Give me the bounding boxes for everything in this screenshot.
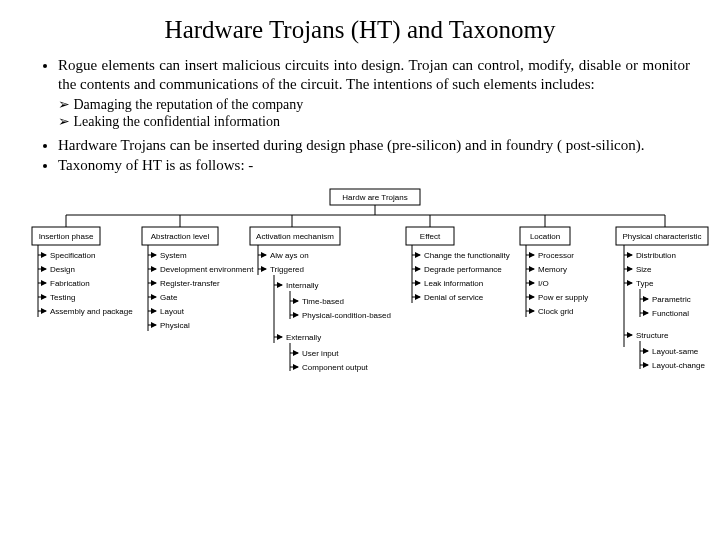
svg-text:Functional: Functional bbox=[652, 309, 689, 318]
svg-text:Gate: Gate bbox=[160, 293, 178, 302]
cat-3-sub2a-1: Time-based bbox=[302, 297, 344, 306]
svg-text:Assembly and package: Assembly and package bbox=[50, 307, 133, 316]
svg-text:Denial of service: Denial of service bbox=[424, 293, 484, 302]
bullet-list: Rogue elements can insert malicious circ… bbox=[40, 56, 690, 94]
cat-1-items: Specification Design Fabrication Testing… bbox=[38, 251, 133, 316]
svg-text:Memory: Memory bbox=[538, 265, 567, 274]
cat-3-sub2a-2: Physical-condition-based bbox=[302, 311, 391, 320]
svg-text:Layout-change: Layout-change bbox=[652, 361, 705, 370]
svg-text:Distribution: Distribution bbox=[636, 251, 676, 260]
cat-6-label: Physical characteristic bbox=[622, 232, 701, 241]
cat-3-sub2b-2: Component output bbox=[302, 363, 369, 372]
bullet-2: Hardware Trojans can be inserted during … bbox=[58, 136, 690, 155]
svg-text:Register-transfer: Register-transfer bbox=[160, 279, 220, 288]
bullet-3: Taxonomy of HT is as follows: - bbox=[58, 156, 690, 175]
slide-title: Hardware Trojans (HT) and Taxonomy bbox=[30, 16, 690, 44]
cat-3-items: Alw ays on Triggered bbox=[258, 251, 309, 274]
svg-text:Processor: Processor bbox=[538, 251, 574, 260]
cat-2-label: Abstraction level bbox=[151, 232, 210, 241]
svg-text:Layout-same: Layout-same bbox=[652, 347, 699, 356]
svg-text:Clock grid: Clock grid bbox=[538, 307, 574, 316]
cat-4-label: Effect bbox=[420, 232, 441, 241]
svg-text:I/O: I/O bbox=[538, 279, 549, 288]
svg-text:Change the functionality: Change the functionality bbox=[424, 251, 510, 260]
svg-text:Structure: Structure bbox=[636, 331, 669, 340]
svg-text:Design: Design bbox=[50, 265, 75, 274]
bullet-1: Rogue elements can insert malicious circ… bbox=[58, 56, 690, 94]
slide: Hardware Trojans (HT) and Taxonomy Rogue… bbox=[0, 0, 720, 540]
svg-text:Fabrication: Fabrication bbox=[50, 279, 90, 288]
svg-text:Alw ays on: Alw ays on bbox=[270, 251, 309, 260]
svg-text:Triggered: Triggered bbox=[270, 265, 304, 274]
svg-text:Leak information: Leak information bbox=[424, 279, 483, 288]
svg-text:Size: Size bbox=[636, 265, 652, 274]
cat-3-sub2b-1: User input bbox=[302, 349, 339, 358]
svg-text:System: System bbox=[160, 251, 187, 260]
cat-5-items: Processor Memory I/O Pow er supply Clock… bbox=[526, 251, 588, 316]
cat-4-items: Change the functionality Degrade perform… bbox=[412, 251, 510, 302]
svg-text:Testing: Testing bbox=[50, 293, 75, 302]
svg-text:Pow er supply: Pow er supply bbox=[538, 293, 588, 302]
svg-text:Degrade performance: Degrade performance bbox=[424, 265, 502, 274]
cat-3-sub-2: Externally bbox=[286, 333, 321, 342]
root-label: Hardw are Trojans bbox=[342, 193, 407, 202]
cat-3-label: Activation mechanism bbox=[256, 232, 334, 241]
svg-text:Physical: Physical bbox=[160, 321, 190, 330]
sub-bullet-list: Damaging the reputation of the company L… bbox=[58, 96, 690, 130]
sub-bullet-2: Leaking the confidential information bbox=[58, 113, 690, 130]
svg-text:Development environment: Development environment bbox=[160, 265, 254, 274]
cat-2-items: System Development environment Register-… bbox=[148, 251, 254, 330]
svg-text:Type: Type bbox=[636, 279, 654, 288]
cat-3-sub-1: Internally bbox=[286, 281, 318, 290]
cat-6-items: Distribution Size Type Parametric Functi… bbox=[624, 251, 705, 370]
cat-5-label: Location bbox=[530, 232, 560, 241]
sub-bullet-1: Damaging the reputation of the company bbox=[58, 96, 690, 113]
cat-1-label: Insertion phase bbox=[39, 232, 94, 241]
svg-text:Layout: Layout bbox=[160, 307, 185, 316]
taxonomy-diagram: Hardw are Trojans Insertion phase Specif… bbox=[30, 187, 710, 447]
bullet-list-2: Hardware Trojans can be inserted during … bbox=[40, 136, 690, 176]
svg-text:Specification: Specification bbox=[50, 251, 95, 260]
svg-text:Parametric: Parametric bbox=[652, 295, 691, 304]
